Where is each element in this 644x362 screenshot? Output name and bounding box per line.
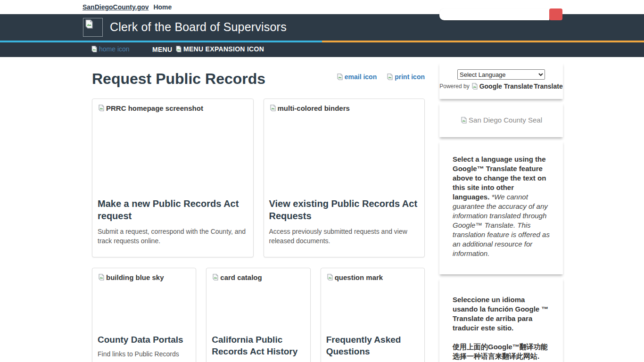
broken-image-icon [212,273,219,281]
card-faq[interactable]: question mark Frequently Asked Questions [321,268,425,362]
print-icon-alt-text: print icon [395,73,425,81]
broken-card-image: building blue sky [98,273,190,281]
email-icon-alt-text: email icon [345,73,377,81]
search-input[interactable] [439,8,549,20]
home-icon-link[interactable]: home icon [91,45,130,53]
card-image-alt-text: card catalog [220,273,262,281]
broken-card-image: card catalog [212,273,305,281]
notice-spanish: Seleccione un idioma usando la función G… [453,295,551,333]
home-breadcrumb-link[interactable]: Home [153,3,172,11]
broken-card-image: multi-colored binders [269,104,420,112]
notice-italic-text: *We cannot guarantee the accuracy of any… [453,193,550,257]
card-title: View existing Public Records Act Request… [269,197,420,222]
topbar-links: SanDiegoCounty.gov Home [83,3,172,11]
translate-notice-english: Select a language using the Google™ Tran… [439,141,563,274]
county-logo-broken-image[interactable] [83,18,103,37]
card-image-alt-text: question mark [335,273,383,281]
broken-image-icon [269,104,277,112]
card-view-existing-requests[interactable]: multi-colored binders View existing Publ… [264,99,425,257]
card-image-area: question mark [326,273,419,334]
site-search [439,8,562,20]
broken-image-icon [91,45,98,53]
language-select[interactable]: Select Language [457,69,545,80]
card-title: Frequently Asked Questions [326,334,419,357]
card-cpra-history[interactable]: card catalog California Public Records A… [206,268,310,362]
card-image-alt-text: building blue sky [106,273,164,281]
menu-button[interactable]: MENU [152,46,172,53]
page-root: SanDiegoCounty.gov Home Clerk of the Boa… [0,0,644,362]
powered-by-label: Powered by [439,83,469,90]
card-description: Submit a request, correspond with the Co… [98,227,248,246]
card-title: Make a new Public Records Act request [98,197,248,222]
page-title-row: Request Public Records email icon print … [92,69,425,89]
card-description: Access previously submitted requests and… [269,227,420,246]
broken-card-image: question mark [326,273,419,281]
broken-image-icon [471,82,479,90]
notice-chinese: 使用上面的Google™翻译功能选择一种语言来翻译此网站. [453,342,551,361]
notice-paragraph: Select a language using the Google™ Tran… [453,155,551,258]
sandiegocounty-gov-link[interactable]: SanDiegoCounty.gov [83,3,149,11]
cards-row-secondary: building blue sky County Data Portals Fi… [92,268,425,362]
card-county-data-portals[interactable]: building blue sky County Data Portals Fi… [92,268,196,362]
card-image-area: building blue sky [98,273,190,334]
search-button[interactable] [549,8,562,20]
card-title: California Public Records Act History [212,334,305,357]
broken-seal-image: San Diego County Seal [460,116,542,124]
broken-image-icon [175,45,182,53]
card-description: Find links to Public Records [98,349,190,359]
site-title: Clerk of the Board of Supervisors [110,20,287,34]
card-image-area: multi-colored binders [269,104,420,197]
seal-alt-text: San Diego County Seal [469,116,542,124]
powered-by-row: Powered by Google Translate Translate [439,82,563,90]
card-title: County Data Portals [98,334,190,346]
sidebar: Select Language Powered by Google Transl… [439,63,563,362]
broken-image-icon [336,73,344,81]
county-seal-widget: San Diego County Seal [439,103,563,137]
card-make-new-request[interactable]: PRRC homepage screenshot Make a new Publ… [92,99,254,257]
card-image-area: PRRC homepage screenshot [98,104,248,197]
broken-image-icon [326,273,334,281]
page-title: Request Public Records [92,69,265,89]
translate-label: Translate [534,82,562,90]
broken-card-image: PRRC homepage screenshot [98,104,248,112]
card-image-area: card catalog [212,273,305,334]
translate-notice-international: Seleccione un idioma usando la función G… [439,278,563,362]
google-translate-link[interactable]: Google Translate Translate [471,82,563,90]
google-translate-alt-text: Google Translate [479,82,533,90]
menu-expansion-button[interactable]: MENU EXPANSION ICON [175,45,264,53]
print-page-button[interactable]: print icon [386,73,425,81]
email-page-button[interactable]: email icon [336,73,377,81]
card-image-alt-text: multi-colored binders [278,104,350,112]
cards-row-primary: PRRC homepage screenshot Make a new Publ… [92,99,425,257]
broken-image-icon [98,104,105,112]
broken-image-icon [460,116,468,124]
card-image-alt-text: PRRC homepage screenshot [106,104,203,112]
main-content: Request Public Records email icon print … [92,57,425,362]
page-actions: email icon print icon [336,73,425,81]
broken-image-icon [98,273,105,281]
language-widget: Select Language Powered by Google Transl… [439,63,563,99]
menu-expansion-alt-text: MENU EXPANSION ICON [183,45,264,53]
broken-image-icon [386,73,394,81]
menu-bar: home icon MENU MENU EXPANSION ICON [0,42,644,57]
broken-image-icon [84,19,94,29]
home-icon-alt-text: home icon [99,45,130,53]
